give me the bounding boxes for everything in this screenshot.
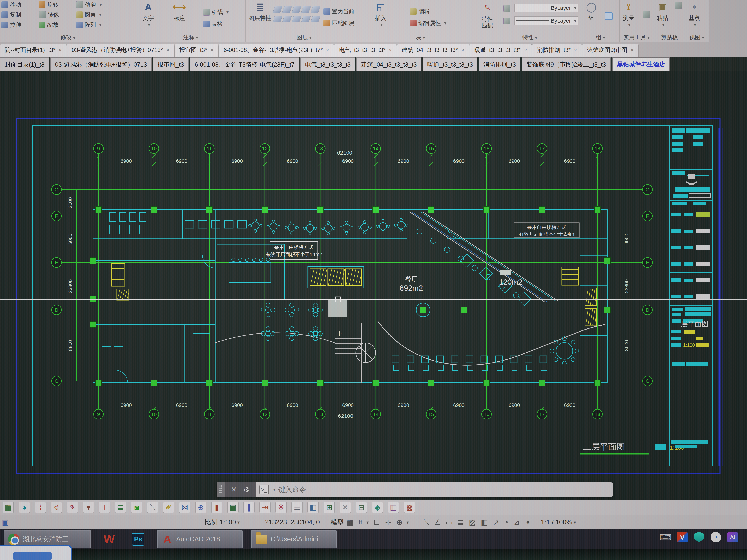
status-caret-icon[interactable]: ▾	[407, 519, 409, 525]
plugin-icon[interactable]: ⟍	[147, 502, 158, 513]
plugin-icon[interactable]: ※	[275, 502, 287, 513]
scale-button[interactable]: 缩放	[37, 20, 75, 30]
plugin-icon[interactable]: ↯	[51, 502, 62, 513]
status-icon[interactable]: ✦	[525, 518, 531, 527]
dimension-button[interactable]: ⟷ 标注	[172, 0, 186, 22]
layer-tool-icon[interactable]	[311, 6, 320, 13]
file-tab[interactable]: 暖通_t3_t3_t3_t3* ×	[469, 44, 532, 57]
plugin-icon[interactable]: ⋈	[179, 502, 190, 513]
panel-label-layers[interactable]: 图层▾	[245, 33, 363, 41]
shield-icon[interactable]	[694, 532, 704, 542]
insert-button[interactable]: ◱ 插入▾	[374, 0, 388, 28]
panel-label-annotate[interactable]: 注释▾	[136, 33, 245, 41]
match-properties-button[interactable]: ✎ 特性匹配	[480, 1, 494, 29]
floor-plan-canvas[interactable]: 6210069006900690069006900690069006900690…	[0, 71, 747, 500]
plugin-icon[interactable]: ≣	[115, 502, 126, 513]
layer-tool-icon[interactable]	[301, 6, 311, 13]
status-icon[interactable]: ▦	[346, 518, 353, 527]
scale-caret-icon[interactable]: ▾	[237, 519, 240, 525]
close-icon[interactable]: ×	[574, 47, 577, 53]
file-tab[interactable]: 03-避风港（消防强电+报警）0713* ×	[67, 44, 175, 57]
move-button[interactable]: 移动	[0, 0, 37, 10]
status-icon[interactable]: ◧	[481, 518, 488, 527]
close-icon[interactable]: ×	[210, 47, 214, 53]
ai-app-icon[interactable]: AI	[727, 532, 738, 542]
window-tab[interactable]: 报审图_t3	[153, 57, 189, 71]
plugin-icon[interactable]: ▼	[83, 502, 94, 513]
block-edit-button[interactable]: 编辑	[409, 6, 431, 17]
panel-label-block[interactable]: 块▾	[363, 33, 478, 41]
plugin-icon[interactable]: ◕	[19, 502, 30, 513]
group-edit-icon[interactable]	[606, 13, 612, 19]
layer-tool-icon[interactable]	[292, 6, 302, 13]
command-input[interactable]: >_ ▾ 键入命令	[256, 482, 613, 497]
status-icon[interactable]: ↗	[493, 518, 499, 527]
close-command-icon[interactable]: ✕	[231, 486, 237, 494]
panel-label-view[interactable]: 视图▾	[685, 33, 709, 41]
browser-tray-icon[interactable]: ◔	[711, 532, 721, 542]
plugin-icon[interactable]: ▩	[404, 502, 415, 513]
taskbar-explorer[interactable]: C:\Users\Admini…	[251, 530, 337, 548]
layer-tool-icon[interactable]	[301, 16, 311, 22]
taskbar-photoshop[interactable]: Ps	[128, 531, 149, 548]
zoom-caret-icon[interactable]: ▾	[574, 519, 576, 525]
color-dropdown[interactable]: ByLayer▾	[514, 4, 578, 12]
layer-properties-button[interactable]: ≣ 图层特性	[249, 0, 271, 22]
file-tab[interactable]: 报审图_t3* ×	[175, 44, 219, 57]
plugin-icon[interactable]: ⌇	[35, 502, 46, 513]
table-button[interactable]: 表格	[202, 19, 224, 29]
status-icon[interactable]: ∟	[373, 518, 380, 527]
status-icon[interactable]: ⊕	[396, 518, 403, 527]
panel-label-modify[interactable]: 修改▾	[0, 33, 136, 41]
match-layer-button[interactable]: 匹配图层	[322, 18, 356, 28]
model-space-icon[interactable]: ▣	[2, 518, 9, 527]
taskbar-autocad[interactable]: A AutoCAD 2018…	[157, 530, 242, 548]
annotation-zoom-level[interactable]: 1:1 / 100%	[541, 518, 572, 526]
keyboard-icon[interactable]: ⌨	[660, 532, 671, 542]
panel-label-properties[interactable]: 特性▾	[478, 33, 582, 41]
status-icon[interactable]: ⊹	[385, 518, 391, 527]
plugin-icon[interactable]: ◈	[372, 502, 383, 513]
status-icon[interactable]: ▨	[469, 518, 476, 527]
layer-tool-icon[interactable]	[311, 16, 320, 22]
copy-clip-icon[interactable]	[675, 2, 682, 9]
status-icon[interactable]: ⊿	[514, 518, 520, 527]
array-button[interactable]: 阵列▾	[75, 20, 129, 30]
plugin-icon[interactable]: ⇥	[259, 502, 271, 513]
layer-tool-icon[interactable]	[282, 6, 292, 13]
window-tab[interactable]: 封面目录(1)_t3	[0, 57, 49, 71]
text-button[interactable]: A 文字▾	[141, 0, 155, 28]
window-tab[interactable]: 消防排烟_t3	[479, 57, 520, 71]
window-tab[interactable]: 6-001-08、金谷-T3塔楼-电气(23F)_t7	[190, 57, 299, 71]
close-icon[interactable]: ×	[166, 47, 170, 53]
window-tab[interactable]: 黑钻城堡养生酒店	[612, 57, 670, 71]
file-tab[interactable]: 6-001-08、金谷-T3塔楼-电气(23F)_t7* ×	[219, 44, 334, 57]
scale-control[interactable]: 比例 1:100	[205, 518, 236, 527]
base-point-button[interactable]: ⌖ 基点▾	[687, 0, 701, 28]
window-tab[interactable]: 暖通_t3_t3_t3_t3	[422, 57, 478, 71]
plugin-icon[interactable]: ◧	[308, 502, 319, 513]
v-app-icon[interactable]: V	[677, 532, 688, 542]
status-icon[interactable]: ▭	[446, 518, 453, 527]
panel-label-clipboard[interactable]: 剪贴板	[654, 33, 685, 41]
rotate-button[interactable]: 旋转	[37, 0, 75, 10]
paste-button[interactable]: ▣ 粘贴▾	[655, 0, 669, 28]
plugin-icon[interactable]: ▤	[227, 502, 238, 513]
measure-button[interactable]: ⟟ 测量▾	[622, 0, 636, 28]
layer-tool-icon[interactable]	[273, 16, 283, 22]
plugin-icon[interactable]: ✎	[67, 502, 78, 513]
calculator-icon[interactable]	[643, 11, 650, 18]
fillet-button[interactable]: 圆角▾	[75, 10, 129, 20]
plugin-icon[interactable]: ⊟	[356, 502, 367, 513]
status-icon[interactable]: ≣	[458, 518, 464, 527]
plugin-icon[interactable]: ◙	[131, 502, 142, 513]
linetype-icon[interactable]	[504, 18, 510, 24]
panel-label-utilities[interactable]: 实用工具▾	[619, 33, 654, 41]
panel-label-group[interactable]: 组▾	[582, 33, 619, 41]
plugin-icon[interactable]: ⊺	[99, 502, 110, 513]
plugin-icon[interactable]: ▮	[211, 502, 223, 513]
window-tab[interactable]: 03-避风港（消防强电+报警）0713	[50, 57, 152, 71]
make-current-button[interactable]: 置为当前	[322, 6, 356, 17]
file-tab[interactable]: 院--封面目录(1)_t3* ×	[0, 44, 67, 57]
status-caret-icon[interactable]: ▾	[366, 519, 369, 525]
